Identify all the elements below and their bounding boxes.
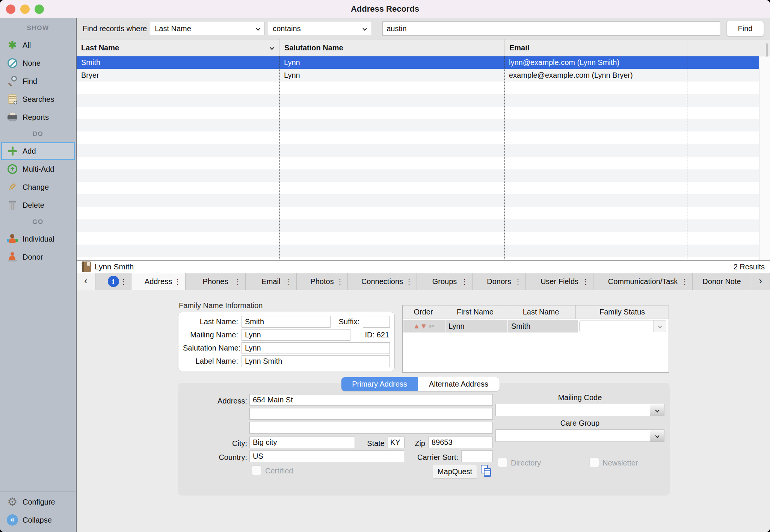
tab-address[interactable]: Address⋮ [131, 273, 186, 290]
kebab-menu-icon[interactable]: ⋮ [461, 278, 468, 286]
table-row-empty[interactable] [77, 82, 759, 94]
tab-scroll-back-button[interactable]: ‹ [77, 273, 95, 290]
kebab-menu-icon[interactable]: ⋮ [582, 278, 589, 286]
zip-input[interactable] [428, 437, 493, 448]
member-last-name-cell[interactable]: Smith [508, 320, 578, 332]
family-name-information-label: Family Name Information [179, 301, 263, 310]
kebab-menu-icon[interactable]: ⋮ [234, 278, 241, 286]
tab-scroll-forward-button[interactable]: › [751, 273, 770, 290]
directory-checkbox[interactable] [498, 458, 507, 467]
kebab-menu-icon[interactable]: ⋮ [285, 278, 292, 286]
tab-donors[interactable]: Donors⋮ [473, 273, 526, 290]
move-down-icon[interactable]: ▼ [420, 322, 427, 330]
member-column-header-family-status: Family Status [575, 305, 669, 319]
mailing-name-label: Mailing Name: [183, 331, 242, 339]
tab-photos[interactable]: Photos⋮ [297, 273, 348, 290]
family-status-select[interactable] [579, 320, 666, 332]
sidebar-item-donor[interactable]: Donor [0, 248, 76, 266]
care-group-dropdown-button[interactable] [650, 430, 664, 441]
sidebar-item-configure[interactable]: ⚙Configure [0, 493, 76, 511]
table-row-empty[interactable] [77, 245, 759, 257]
sidebar-item-delete[interactable]: Delete [0, 196, 76, 214]
sidebar-item-none[interactable]: None [0, 54, 76, 72]
table-row-empty[interactable] [77, 119, 759, 131]
suffix-input[interactable] [363, 316, 390, 328]
table-row-empty[interactable] [77, 131, 759, 144]
table-row-empty[interactable] [77, 232, 759, 244]
tab-user-fields[interactable]: User Fields⋮ [526, 273, 593, 290]
tab-email[interactable]: Email⋮ [246, 273, 297, 290]
address-line2-input[interactable] [249, 408, 493, 420]
country-input[interactable] [249, 450, 404, 462]
newsletter-checkbox[interactable] [589, 458, 599, 467]
mailing-name-input[interactable] [242, 329, 350, 341]
sidebar-item-searches[interactable]: Searches [0, 90, 76, 108]
find-button[interactable]: Find [726, 21, 764, 36]
kebab-menu-icon[interactable]: ⋮ [406, 278, 412, 286]
care-group-select[interactable] [495, 429, 664, 442]
sidebar-item-individual[interactable]: Individual [0, 230, 76, 248]
tab-alternate-address[interactable]: Alternate Address [418, 377, 500, 391]
column-header-last-name[interactable]: Last Name [77, 39, 279, 56]
table-row-empty[interactable] [77, 207, 759, 219]
tab-phones[interactable]: Phones⋮ [186, 273, 246, 290]
scrollbar-thumb[interactable] [766, 43, 768, 57]
copy-address-icon[interactable] [481, 465, 492, 478]
tab-primary-address[interactable]: Primary Address [341, 377, 418, 391]
table-row-empty[interactable] [77, 157, 759, 169]
label-name-input[interactable] [242, 355, 390, 367]
table-row-empty[interactable] [77, 107, 759, 119]
move-up-icon[interactable]: ▲ [413, 322, 420, 330]
mailing-code-dropdown-button[interactable] [650, 404, 664, 416]
find-operator-select[interactable]: contains [268, 22, 371, 35]
tab-info[interactable]: i⋮ [95, 273, 131, 290]
address-tab-switch: Primary Address Alternate Address [341, 377, 500, 391]
sidebar-item-change[interactable]: ✎Change [0, 178, 76, 196]
family-member-row: ▲ ▼ ✂ Lynn Smith [403, 319, 669, 333]
sidebar-item-multi-add[interactable]: +Multi-Add [0, 160, 76, 178]
vertical-scrollbar[interactable] [759, 56, 770, 260]
table-row[interactable]: BryerLynnexample@example.com (Lynn Bryer… [77, 69, 759, 81]
mapquest-button[interactable]: MapQuest [433, 465, 477, 479]
sidebar-item-collapse[interactable]: «Collapse [0, 511, 76, 529]
sidebar-item-reports[interactable]: Reports [0, 108, 76, 126]
table-row-empty[interactable] [77, 219, 759, 232]
table-row-empty[interactable] [77, 194, 759, 207]
find-query-input[interactable] [382, 21, 720, 36]
table-row-empty[interactable] [77, 144, 759, 157]
tab-connections[interactable]: Connections⋮ [348, 273, 417, 290]
sidebar-item-find[interactable]: Find [0, 72, 76, 90]
state-input[interactable] [388, 437, 405, 448]
kebab-menu-icon[interactable]: ⋮ [515, 278, 521, 286]
city-input[interactable] [249, 437, 355, 448]
tab-donor-note[interactable]: Donor Note [693, 273, 751, 290]
find-field-select[interactable]: Last Name [150, 22, 264, 35]
tab-communication-task[interactable]: Communication/Task⋮ [593, 273, 693, 290]
kebab-menu-icon[interactable]: ⋮ [337, 278, 343, 286]
table-row-empty[interactable] [77, 169, 759, 182]
column-header-email[interactable]: Email [504, 39, 687, 56]
table-row-empty[interactable] [77, 94, 759, 106]
label-name-label: Label Name: [183, 357, 242, 366]
tab-groups[interactable]: Groups⋮ [417, 273, 473, 290]
table-row[interactable]: SmithLynnlynn@example.com (Lynn Smith) [77, 56, 759, 69]
table-row-empty[interactable] [77, 182, 759, 194]
salutation-name-input[interactable] [242, 342, 390, 354]
kebab-menu-icon[interactable]: ⋮ [174, 278, 181, 286]
detach-member-icon[interactable]: ✂ [429, 322, 435, 331]
address-line1-input[interactable] [249, 394, 493, 406]
certified-checkbox[interactable] [252, 466, 261, 475]
address-line3-input[interactable] [249, 422, 493, 434]
last-name-input[interactable] [242, 316, 331, 328]
mailing-code-select[interactable] [495, 404, 664, 416]
family-status-dropdown-button[interactable] [653, 320, 666, 332]
kebab-menu-icon[interactable]: ⋮ [681, 278, 688, 286]
sidebar-item-add[interactable]: Add [1, 142, 75, 160]
table-row-empty[interactable] [77, 257, 759, 261]
column-header-salutation-name[interactable]: Salutation Name [279, 39, 504, 56]
member-first-name-cell[interactable]: Lynn [445, 320, 507, 332]
sidebar-item-label: None [23, 59, 41, 68]
carrier-sort-input[interactable] [461, 450, 493, 462]
sidebar-item-all[interactable]: ✱All [0, 36, 76, 54]
kebab-menu-icon[interactable]: ⋮ [120, 278, 127, 286]
